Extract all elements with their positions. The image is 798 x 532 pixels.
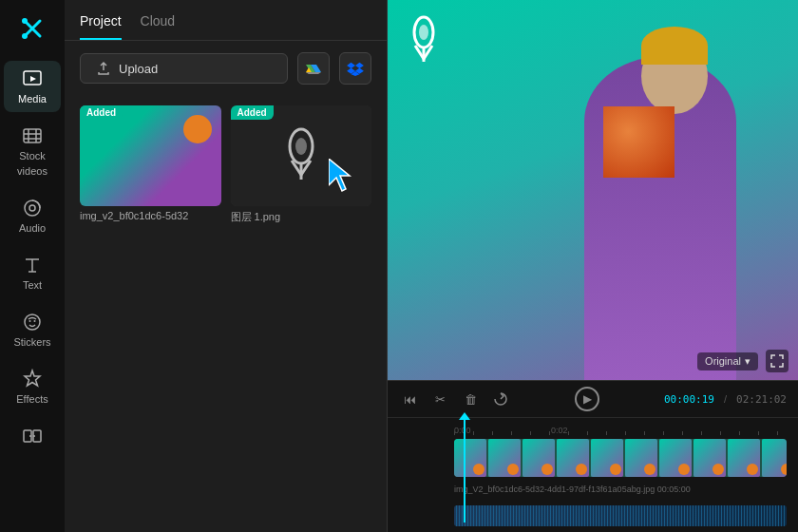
sidebar-label-audio: Audio bbox=[19, 222, 46, 234]
sidebar-item-stock-videos[interactable]: Stock videos bbox=[4, 118, 61, 184]
clip-thumbnail bbox=[728, 439, 760, 477]
playhead bbox=[464, 418, 466, 522]
preview-background bbox=[388, 0, 798, 380]
clip-thumbnail bbox=[488, 439, 521, 477]
media-filename: img_v2_bf0c1dc6-5d32 bbox=[80, 210, 221, 221]
dropbox-button[interactable] bbox=[339, 52, 371, 85]
sidebar-label-media: Media bbox=[18, 93, 47, 104]
timeline-toolbar: ⏮ ✂ 🗑 ▶ 00:00:19 / 02:21:02 bbox=[388, 381, 798, 418]
audio-waveform bbox=[454, 505, 787, 526]
sidebar-label-stickers: Stickers bbox=[13, 336, 50, 348]
total-time: 02:21:02 bbox=[736, 393, 787, 406]
list-item[interactable]: Added img_v2_bf0c1dc6-5d32 bbox=[80, 105, 221, 224]
chevron-down-icon: ▾ bbox=[745, 355, 750, 368]
play-button[interactable]: ▶ bbox=[575, 387, 599, 411]
media-grid: Added img_v2_bf0c1dc6-5d32 bbox=[65, 96, 387, 234]
media-item-photo[interactable]: Added bbox=[80, 105, 221, 206]
panel-toolbar: Upload bbox=[65, 41, 387, 96]
clip-thumbnail bbox=[557, 439, 589, 477]
media-item-png[interactable]: Added bbox=[231, 105, 372, 206]
video-track: img_V2_bf0c1dc6-5d32-4dd1-97df-f13f61a05… bbox=[399, 439, 787, 477]
speed-icon bbox=[494, 392, 507, 406]
sidebar-label-stock: Stock bbox=[19, 150, 46, 162]
svg-point-12 bbox=[34, 320, 36, 322]
fullscreen-button[interactable] bbox=[766, 350, 788, 372]
media-filename-png: 图层 1.png bbox=[231, 210, 372, 224]
list-item[interactable]: Added 图层 1.png bbox=[231, 105, 372, 224]
upload-button[interactable]: Upload bbox=[80, 53, 288, 84]
preview-canvas: Original ▾ bbox=[388, 0, 798, 380]
sidebar-item-media[interactable]: Media bbox=[4, 61, 61, 112]
svg-point-1 bbox=[22, 33, 28, 39]
timeline-delete-button[interactable]: 🗑 bbox=[460, 389, 481, 409]
svg-point-9 bbox=[29, 205, 35, 211]
clip-thumbnail bbox=[591, 439, 623, 477]
fullscreen-icon bbox=[770, 354, 784, 368]
time-separator: / bbox=[724, 393, 727, 405]
png-preview-icon bbox=[277, 127, 325, 184]
app-logo bbox=[15, 11, 49, 46]
ruler-ticks bbox=[454, 431, 787, 435]
original-dropdown[interactable]: Original ▾ bbox=[697, 352, 758, 370]
dropbox-icon bbox=[347, 61, 364, 76]
media-panel: Project Cloud Upload bbox=[65, 0, 388, 532]
audio-track bbox=[399, 505, 787, 526]
sidebar-item-audio[interactable]: Audio bbox=[4, 190, 61, 241]
clip-thumbnail bbox=[659, 439, 692, 477]
playhead-head bbox=[459, 412, 470, 420]
svg-point-0 bbox=[22, 18, 28, 24]
preview-area: Original ▾ ⏮ ✂ 🗑 bbox=[388, 0, 798, 532]
current-time: 00:00:19 bbox=[664, 393, 714, 406]
clip-thumbnail bbox=[762, 439, 787, 477]
sidebar-item-effects[interactable]: Effects bbox=[4, 361, 61, 412]
sidebar-label-text: Text bbox=[23, 279, 42, 291]
timeline-speed-button[interactable] bbox=[490, 389, 511, 409]
original-label: Original bbox=[705, 355, 741, 367]
upload-label: Upload bbox=[119, 62, 158, 76]
tab-cloud[interactable]: Cloud bbox=[141, 13, 176, 40]
sidebar-label-videos: videos bbox=[17, 165, 48, 177]
google-drive-icon bbox=[305, 61, 322, 76]
sidebar-item-stickers[interactable]: Stickers bbox=[4, 304, 61, 355]
added-badge: Added bbox=[80, 105, 123, 120]
svg-rect-3 bbox=[24, 129, 41, 142]
sidebar-item-transitions[interactable] bbox=[4, 418, 61, 458]
timeline-cut-button[interactable]: ✂ bbox=[429, 389, 450, 409]
clip-thumbnail bbox=[625, 439, 657, 477]
clip-content bbox=[454, 439, 787, 477]
panel-tab-bar: Project Cloud bbox=[65, 0, 387, 41]
clip-label: img_V2_bf0c1dc6-5d32-4dd1-97df-f13f61a05… bbox=[454, 484, 691, 494]
timeline-skip-back-button[interactable]: ⏮ bbox=[399, 389, 420, 409]
clip-thumbnail bbox=[694, 439, 726, 477]
video-clip[interactable] bbox=[454, 439, 787, 477]
svg-point-16 bbox=[295, 138, 307, 155]
preview-controls: Original ▾ bbox=[697, 350, 788, 372]
tab-project[interactable]: Project bbox=[80, 13, 122, 40]
sidebar-item-text[interactable]: Text bbox=[4, 247, 61, 298]
preview-image: Original ▾ bbox=[388, 0, 798, 380]
upload-icon bbox=[96, 61, 111, 76]
audio-clip[interactable] bbox=[454, 505, 787, 526]
timeline: ⏮ ✂ 🗑 ▶ 00:00:19 / 02:21:02 0:00 0:02 bbox=[388, 380, 798, 532]
sidebar-label-effects: Effects bbox=[16, 393, 48, 405]
sidebar: Media Stock videos Audio Text bbox=[0, 0, 65, 532]
svg-point-10 bbox=[25, 314, 40, 330]
added-badge: Added bbox=[231, 105, 274, 120]
svg-point-11 bbox=[29, 320, 31, 322]
clip-thumbnail bbox=[522, 439, 555, 477]
clip-thumbnail bbox=[454, 439, 486, 477]
timeline-content: 0:00 0:02 bbox=[388, 418, 798, 532]
google-drive-button[interactable] bbox=[297, 52, 330, 85]
timeline-ruler: 0:00 0:02 bbox=[399, 418, 787, 435]
